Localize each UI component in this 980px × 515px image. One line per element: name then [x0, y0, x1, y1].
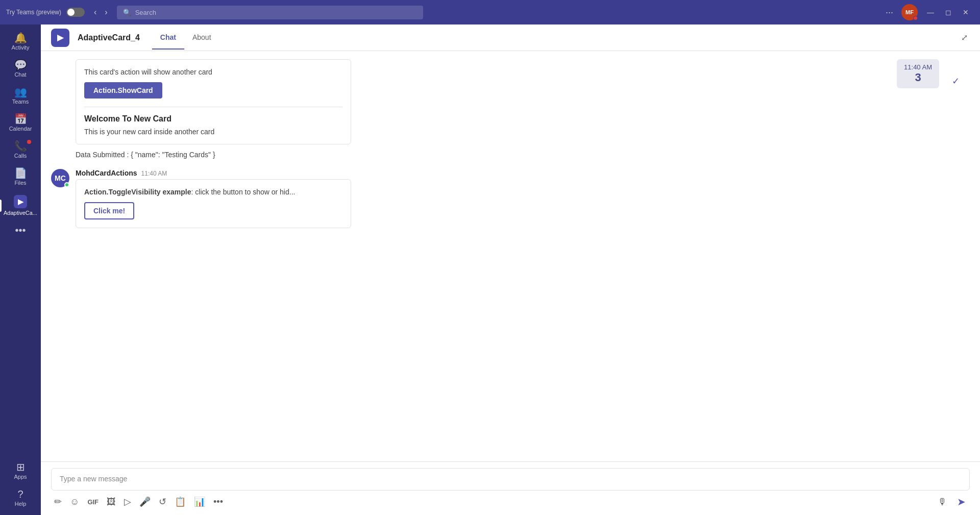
user-avatar-button[interactable]: MF	[901, 4, 918, 20]
sidebar-item-help[interactable]: ? Help	[3, 485, 38, 511]
message-toolbar: ✏ ☺ GIF 🖼 ▷ 🎤 ↺ 📋 📊 ••• 🎙 ➤	[51, 491, 970, 511]
meet-button[interactable]: ▷	[121, 494, 134, 509]
chat-icon: 💬	[14, 60, 27, 70]
search-icon: 🔍	[123, 9, 131, 16]
message-avatar-2: MC	[51, 169, 69, 187]
online-badge	[64, 182, 69, 187]
app-body: 🔔 Activity 💬 Chat 👥 Teams 📅 Calendar 📞 C…	[0, 24, 980, 515]
sidebar-item-teams[interactable]: 👥 Teams	[3, 83, 38, 109]
message-input-placeholder: Type a new message	[60, 475, 127, 483]
message-row: This card's action will show another car…	[76, 59, 970, 161]
calendar-icon: 📅	[14, 114, 27, 124]
sidebar-label-files: Files	[14, 180, 26, 186]
format-button[interactable]: ✏	[51, 494, 65, 509]
sidebar-label-teams: Teams	[12, 99, 29, 105]
avatar-initials-2: MC	[55, 174, 66, 182]
more-options-button[interactable]: ···	[881, 5, 897, 20]
sidebar-label-apps: Apps	[14, 474, 27, 480]
forward-button[interactable]: ›	[102, 6, 110, 19]
emoji-button[interactable]: ☺	[67, 495, 82, 509]
title-bar: Try Teams (preview) ‹ › 🔍 ··· MF — ◻ ✕	[0, 0, 980, 24]
expand-button[interactable]: ⤢	[959, 31, 970, 44]
sidebar: 🔔 Activity 💬 Chat 👥 Teams 📅 Calendar 📞 C…	[0, 24, 41, 515]
teams-icon: 👥	[14, 87, 27, 97]
title-bar-left: Try Teams (preview)	[6, 8, 85, 17]
tab-chat[interactable]: Chat	[152, 26, 184, 50]
message-sender-2: MohdCardActions	[76, 169, 137, 177]
search-input[interactable]	[135, 9, 417, 16]
sidebar-label-chat: Chat	[14, 71, 26, 78]
app-header-icon: ▶	[51, 29, 69, 47]
files-icon: 📄	[14, 168, 27, 178]
click-me-button[interactable]: Click me!	[84, 202, 134, 219]
sidebar-item-chat[interactable]: 💬 Chat	[3, 56, 38, 82]
action-show-card-button[interactable]: Action.ShowCard	[84, 82, 162, 99]
data-submitted-text: Data Submitted : { "name": "Testing Card…	[76, 149, 361, 161]
timestamp-count: 3	[904, 71, 932, 84]
back-button[interactable]: ‹	[91, 6, 100, 19]
message-header-2: MohdCardActions 11:40 AM	[76, 169, 970, 177]
send-button[interactable]: ➤	[953, 494, 970, 510]
more-apps-icon: •••	[15, 225, 26, 235]
toggle-visibility-text: Action.ToggleVisibility example: click t…	[84, 188, 342, 196]
sidebar-label-activity: Activity	[12, 44, 30, 51]
gif-button[interactable]: GIF	[84, 496, 102, 508]
sidebar-label-adaptive: AdaptiveCa...	[4, 210, 37, 216]
message-input-box[interactable]: Type a new message	[51, 468, 970, 491]
nested-card-title: Welcome To New Card	[84, 114, 342, 124]
header-tabs: Chat About	[152, 26, 219, 50]
maximize-button[interactable]: ◻	[940, 6, 957, 18]
timestamp-time: 11:40 AM	[904, 63, 932, 71]
chart-button[interactable]: 📊	[191, 494, 208, 509]
message-content-2: MohdCardActions 11:40 AM Action.ToggleVi…	[76, 169, 970, 232]
sidebar-label-calendar: Calendar	[9, 126, 32, 132]
try-teams-label: Try Teams (preview)	[6, 9, 61, 16]
sticker-button[interactable]: 🖼	[104, 495, 119, 509]
calls-icon: 📞	[14, 141, 27, 151]
sidebar-label-calls: Calls	[14, 153, 27, 159]
sidebar-item-activity[interactable]: 🔔 Activity	[3, 29, 38, 55]
chat-area[interactable]: This card's action will show another car…	[41, 51, 980, 461]
help-icon: ?	[17, 489, 23, 499]
adaptive-card-1: This card's action will show another car…	[76, 59, 351, 144]
close-button[interactable]: ✕	[958, 6, 974, 18]
praise-button[interactable]: 📋	[172, 494, 189, 509]
title-bar-right: ··· MF — ◻ ✕	[881, 4, 974, 20]
sidebar-item-calendar[interactable]: 📅 Calendar	[3, 110, 38, 136]
timestamp-bubble: 11:40 AM 3	[897, 59, 939, 88]
calls-notif-dot	[27, 140, 31, 144]
window-controls: — ◻ ✕	[922, 6, 974, 18]
message-row-2: MC MohdCardActions 11:40 AM Action.Toggl…	[51, 169, 970, 232]
apps-icon: ⊞	[16, 462, 25, 472]
nested-card-subtitle: This is your new card inside another car…	[84, 128, 342, 136]
content-header: ▶ AdaptiveCard_4 Chat About ⤢	[41, 24, 980, 51]
app-title: AdaptiveCard_4	[78, 33, 140, 42]
sidebar-item-adaptive[interactable]: ▶ AdaptiveCa...	[3, 191, 38, 220]
tab-about[interactable]: About	[184, 26, 219, 50]
main-content: ▶ AdaptiveCard_4 Chat About ⤢ This card'…	[41, 24, 980, 515]
check-icon: ✓	[952, 76, 960, 87]
toolbar-more-button[interactable]: •••	[210, 495, 226, 509]
audio-message-button[interactable]: 🎤	[136, 494, 154, 509]
message-time-2: 11:40 AM	[141, 170, 167, 177]
adaptive-card-app-icon: ▶	[14, 195, 27, 208]
loop-button[interactable]: ↺	[156, 494, 169, 509]
status-dot	[913, 16, 918, 20]
nested-card: Welcome To New Card This is your new car…	[84, 107, 342, 136]
try-teams-toggle[interactable]	[66, 8, 85, 17]
card-text-action-show: This card's action will show another car…	[84, 68, 342, 76]
avatar-initials: MF	[905, 9, 914, 15]
activity-icon: 🔔	[14, 33, 27, 43]
voice-button[interactable]: 🎙	[934, 495, 951, 509]
sidebar-item-more[interactable]: •••	[3, 221, 38, 239]
message-input-area: Type a new message ✏ ☺ GIF 🖼 ▷ 🎤 ↺ 📋 📊 •…	[41, 461, 980, 515]
message-content-partial: This card's action will show another car…	[76, 59, 361, 161]
sidebar-item-calls[interactable]: 📞 Calls	[3, 137, 38, 163]
sidebar-item-apps[interactable]: ⊞ Apps	[3, 458, 38, 484]
adaptive-card-2: Action.ToggleVisibility example: click t…	[76, 179, 351, 228]
minimize-button[interactable]: —	[922, 6, 939, 18]
sidebar-label-help: Help	[15, 501, 27, 507]
sidebar-item-files[interactable]: 📄 Files	[3, 164, 38, 190]
nav-arrows: ‹ ›	[91, 6, 111, 19]
search-bar[interactable]: 🔍	[117, 6, 423, 19]
